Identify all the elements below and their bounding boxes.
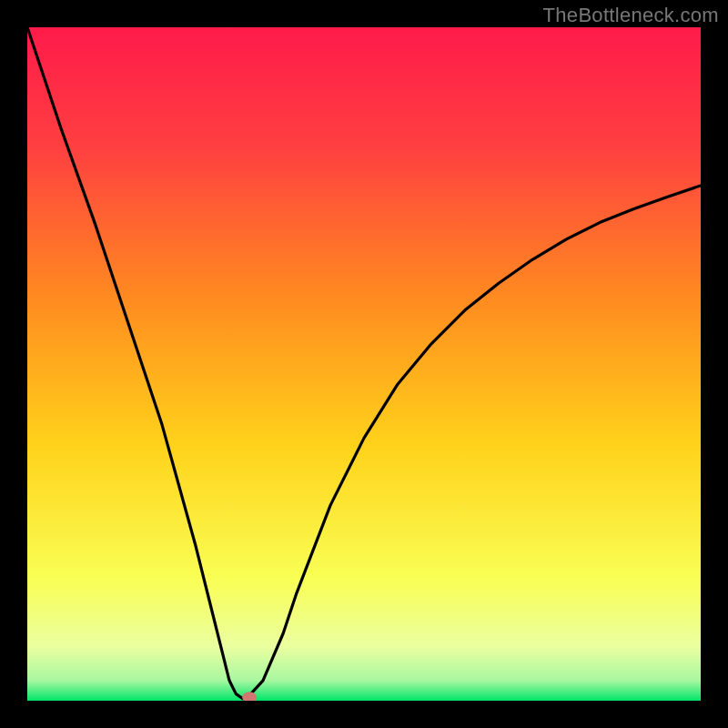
plot-area	[27, 27, 701, 701]
chart-svg	[27, 27, 701, 701]
watermark-text: TheBottleneck.com	[543, 4, 719, 27]
chart-background	[27, 27, 701, 701]
chart-frame: TheBottleneck.com	[0, 0, 728, 728]
